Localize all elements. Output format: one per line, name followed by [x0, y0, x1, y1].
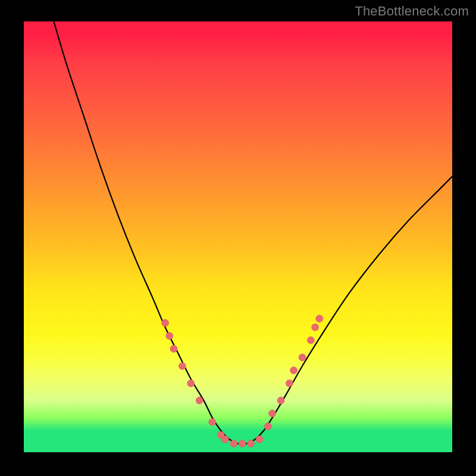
- highlight-point: [307, 337, 314, 344]
- highlight-point: [178, 362, 186, 369]
- bottleneck-curve-svg: [24, 21, 452, 452]
- highlight-point: [312, 324, 319, 331]
- highlight-point: [256, 436, 263, 443]
- highlight-point: [316, 315, 323, 322]
- plot-area: [24, 21, 452, 452]
- highlight-point: [230, 440, 237, 447]
- highlight-point: [170, 345, 177, 352]
- highlight-point: [264, 423, 271, 430]
- watermark-text: TheBottleneck.com: [355, 4, 469, 19]
- highlight-point: [221, 436, 228, 443]
- highlight-point: [166, 333, 173, 340]
- chart-frame: TheBottleneck.com: [0, 0, 476, 476]
- highlight-point: [239, 440, 246, 447]
- highlight-point: [187, 380, 195, 387]
- highlight-point: [269, 410, 276, 417]
- highlight-point: [196, 397, 203, 404]
- highlight-point: [209, 418, 216, 425]
- highlight-point: [277, 397, 284, 404]
- highlight-point: [299, 354, 306, 361]
- bottleneck-curve: [54, 21, 452, 444]
- highlight-point: [248, 440, 255, 447]
- highlight-points: [162, 315, 323, 447]
- highlight-point: [286, 380, 293, 387]
- highlight-point: [290, 367, 298, 374]
- highlight-point: [162, 320, 169, 327]
